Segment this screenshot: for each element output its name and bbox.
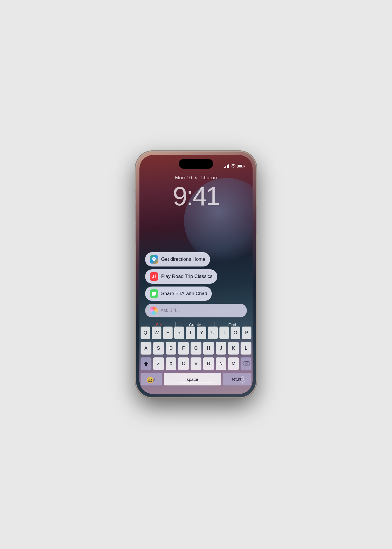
key-p[interactable]: P: [242, 327, 251, 339]
maps-icon: [150, 255, 158, 264]
suggestion-directions[interactable]: Get directions Home: [145, 252, 210, 266]
wifi-icon: [231, 164, 235, 168]
key-l[interactable]: L: [241, 342, 251, 355]
signal-icon: [224, 164, 229, 168]
key-a[interactable]: A: [141, 342, 151, 355]
key-x[interactable]: X: [166, 357, 177, 370]
key-i[interactable]: I: [219, 327, 229, 339]
messages-icon: [150, 289, 158, 298]
key-d[interactable]: D: [166, 342, 177, 355]
key-h[interactable]: H: [203, 342, 214, 355]
music-icon: [150, 272, 158, 281]
bottom-bar: 😀: [139, 377, 253, 385]
key-r[interactable]: R: [174, 327, 184, 339]
key-f[interactable]: F: [178, 342, 189, 355]
emoji-button[interactable]: 😀: [146, 377, 154, 384]
keyboard-row-3: Z X C V B N M ⌫: [141, 357, 251, 370]
date-weather-display: Mon 10 ☀ Tiburon: [175, 175, 217, 181]
suggestion-directions-text: Get directions Home: [161, 256, 205, 262]
lock-screen-content: Mon 10 ☀ Tiburon 9:41: [139, 175, 253, 209]
keyboard: Q W E R T Y U I O P A S D F G H J K: [139, 327, 253, 385]
key-o[interactable]: O: [231, 327, 240, 339]
suggestion-music[interactable]: Play Road Trip Classics: [145, 269, 217, 284]
location-text: Tiburon: [200, 175, 217, 181]
key-k[interactable]: K: [228, 342, 239, 355]
keyboard-row-2: A S D F G H J K L: [141, 342, 251, 355]
volume-up-button[interactable]: [135, 203, 136, 222]
mic-button[interactable]: [239, 376, 246, 385]
siri-suggestions-area: Get directions Home Play Road Trip Class…: [145, 252, 247, 329]
status-icons: [224, 164, 245, 168]
key-n[interactable]: N: [216, 357, 227, 370]
mute-button[interactable]: [135, 189, 136, 199]
key-u[interactable]: U: [208, 327, 217, 339]
suggestion-messages-text: Share ETA with Chad: [161, 291, 207, 297]
siri-input-row[interactable]: Ask Siri...: [145, 304, 247, 317]
suggestion-messages[interactable]: Share ETA with Chad: [145, 287, 212, 301]
keyboard-row-1: Q W E R T Y U I O P: [141, 327, 251, 339]
key-v[interactable]: V: [191, 357, 201, 370]
svg-rect-0: [241, 376, 244, 380]
dynamic-island: [179, 159, 213, 169]
battery-icon: [237, 165, 245, 168]
weather-icon: ☀: [194, 175, 198, 181]
suggestion-music-text: Play Road Trip Classics: [161, 274, 213, 279]
phone-screen: Mon 10 ☀ Tiburon 9:41 Get directions Hom…: [139, 155, 253, 394]
key-t[interactable]: T: [186, 327, 195, 339]
key-g[interactable]: G: [191, 342, 201, 355]
date-text: Mon 10: [175, 175, 192, 181]
shift-key[interactable]: [141, 357, 151, 370]
volume-down-button[interactable]: [135, 225, 136, 244]
key-b[interactable]: B: [203, 357, 214, 370]
key-j[interactable]: J: [216, 342, 227, 355]
key-q[interactable]: Q: [141, 327, 150, 339]
key-y[interactable]: Y: [197, 327, 206, 339]
phone-frame: Mon 10 ☀ Tiburon 9:41 Get directions Hom…: [136, 152, 256, 397]
delete-key[interactable]: ⌫: [241, 357, 251, 370]
key-m[interactable]: M: [228, 357, 239, 370]
home-indicator: [179, 382, 213, 383]
key-w[interactable]: W: [152, 327, 161, 339]
power-button[interactable]: [256, 206, 257, 234]
siri-orb-icon: [150, 307, 158, 315]
siri-placeholder: Ask Siri...: [161, 308, 180, 313]
key-z[interactable]: Z: [153, 357, 164, 370]
clock-display: 9:41: [173, 183, 219, 209]
key-c[interactable]: C: [178, 357, 189, 370]
key-e[interactable]: E: [163, 327, 173, 339]
key-s[interactable]: S: [153, 342, 164, 355]
